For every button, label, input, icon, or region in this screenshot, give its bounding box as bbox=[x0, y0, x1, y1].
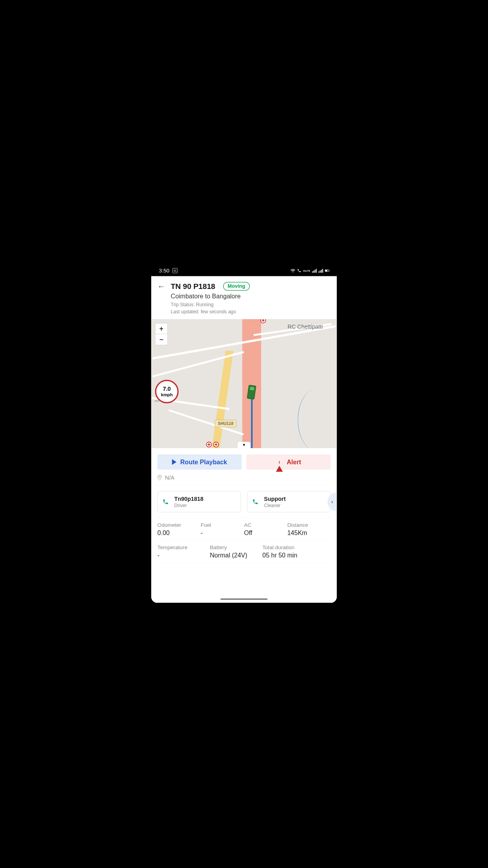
stat-distance: Distance 145Km bbox=[287, 522, 330, 537]
contacts-row: Tn90p1818 Driver Support Cleaner › bbox=[158, 486, 331, 518]
stat-value: - bbox=[158, 552, 210, 559]
stat-duration: Total duration 05 hr 50 min bbox=[262, 544, 331, 559]
stat-value: Normal (24V) bbox=[210, 552, 262, 559]
last-updated: Last updated: few seconds ago bbox=[171, 309, 331, 314]
playback-label: Route Playback bbox=[180, 458, 227, 465]
app-content: ← TN 90 P1818 Moving Coimbatore to Banga… bbox=[151, 276, 337, 603]
stats-row-1: Odometer 0.00 Fuel - AC Off Distance bbox=[158, 518, 331, 541]
actions-section: Route Playback Alert N/A bbox=[151, 448, 337, 563]
stat-battery: Battery Normal (24V) bbox=[210, 544, 262, 559]
contact-info: Tn90p1818 Driver bbox=[174, 495, 203, 508]
map-zoom-controls: + − bbox=[155, 323, 168, 345]
status-right: VoLTE bbox=[290, 268, 329, 272]
speed-badge: 7.0 kmph bbox=[155, 380, 179, 403]
battery-icon bbox=[325, 270, 329, 272]
calendar-icon: 31 bbox=[172, 268, 178, 273]
contact-name: Support bbox=[264, 495, 286, 502]
map-collapse-button[interactable]: ▼ bbox=[238, 442, 250, 448]
stat-value: 05 hr 50 min bbox=[262, 552, 331, 559]
stat-temperature: Temperature - bbox=[158, 544, 210, 559]
location-pin-icon bbox=[158, 475, 162, 480]
phone-icon bbox=[252, 498, 259, 505]
route-badge: SHU118 bbox=[215, 420, 237, 427]
status-badge: Moving bbox=[223, 282, 250, 291]
contact-name: Tn90p1818 bbox=[174, 495, 203, 502]
alert-label: Alert bbox=[287, 458, 301, 465]
cleaner-contact-card[interactable]: Support Cleaner bbox=[247, 491, 330, 513]
phone-inner: 3:50 31 VoLTE ← TN 90 P1818 Moving bbox=[151, 265, 337, 603]
play-icon bbox=[172, 459, 176, 465]
stat-value: 145Km bbox=[287, 529, 330, 536]
alert-icon bbox=[276, 459, 283, 465]
stats-row-2: Temperature - Battery Normal (24V) Total… bbox=[158, 541, 331, 563]
stat-fuel: Fuel - bbox=[201, 522, 244, 537]
stat-label: AC bbox=[244, 522, 287, 528]
phone-frame: 3:50 31 VoLTE ← TN 90 P1818 Moving bbox=[147, 260, 342, 607]
wifi-icon bbox=[290, 269, 295, 273]
contact-role: Cleaner bbox=[264, 503, 286, 508]
status-bar: 3:50 31 VoLTE bbox=[151, 265, 337, 276]
stat-value: 0.00 bbox=[158, 529, 201, 536]
back-button[interactable]: ← bbox=[158, 281, 165, 291]
home-indicator[interactable] bbox=[220, 598, 268, 600]
speed-value: 7.0 bbox=[163, 386, 171, 392]
trip-status: Trip Status: Running bbox=[171, 302, 331, 307]
stat-label: Odometer bbox=[158, 522, 201, 528]
route-playback-button[interactable]: Route Playback bbox=[158, 454, 242, 469]
contact-role: Driver bbox=[174, 503, 203, 508]
zoom-in-button[interactable]: + bbox=[155, 324, 167, 334]
stat-label: Distance bbox=[287, 522, 330, 528]
stat-ac: AC Off bbox=[244, 522, 287, 537]
stat-label: Total duration bbox=[262, 544, 331, 551]
map-poi-marker[interactable]: ✚ bbox=[206, 442, 212, 447]
signal-bars-1 bbox=[312, 268, 317, 272]
call-icon bbox=[297, 268, 301, 272]
signal-bars-2 bbox=[319, 268, 323, 272]
speed-unit: kmph bbox=[161, 392, 173, 397]
location-value: N/A bbox=[165, 474, 174, 481]
map-container[interactable]: RC Chettipatti mpaatti Rd SHU118 ✚ ✚ ✚ +… bbox=[151, 319, 337, 448]
stat-label: Battery bbox=[210, 544, 262, 551]
stat-label: Temperature bbox=[158, 544, 210, 551]
stat-value: Off bbox=[244, 529, 287, 536]
stats-container: Odometer 0.00 Fuel - AC Off Distance bbox=[158, 518, 331, 563]
svg-point-0 bbox=[159, 476, 160, 478]
stat-label: Fuel bbox=[201, 522, 244, 528]
status-time: 3:50 bbox=[159, 268, 169, 274]
map-poi-marker[interactable]: ✚ bbox=[213, 442, 219, 447]
action-buttons: Route Playback Alert bbox=[158, 454, 331, 469]
zoom-out-button[interactable]: − bbox=[155, 334, 167, 345]
header: ← TN 90 P1818 Moving Coimbatore to Banga… bbox=[151, 276, 337, 319]
alert-button[interactable]: Alert bbox=[246, 454, 330, 469]
volte-icon: VoLTE bbox=[303, 269, 310, 272]
stat-value: - bbox=[201, 529, 244, 536]
place-label: RC Chettipatti bbox=[288, 324, 323, 330]
stat-odometer: Odometer 0.00 bbox=[158, 522, 201, 537]
phone-icon bbox=[162, 498, 169, 505]
map-poi-marker[interactable]: ✚ bbox=[261, 319, 266, 323]
map-river bbox=[297, 388, 337, 448]
vehicle-title: TN 90 P1818 bbox=[171, 282, 215, 291]
map-road-secondary bbox=[212, 351, 233, 448]
status-left: 3:50 31 bbox=[159, 268, 178, 274]
route-text: Coimbatore to Bangalore bbox=[171, 292, 331, 300]
header-row1: ← TN 90 P1818 Moving bbox=[158, 281, 331, 291]
contact-info: Support Cleaner bbox=[264, 495, 286, 508]
location-row: N/A bbox=[158, 469, 331, 485]
driver-contact-card[interactable]: Tn90p1818 Driver bbox=[158, 491, 241, 513]
